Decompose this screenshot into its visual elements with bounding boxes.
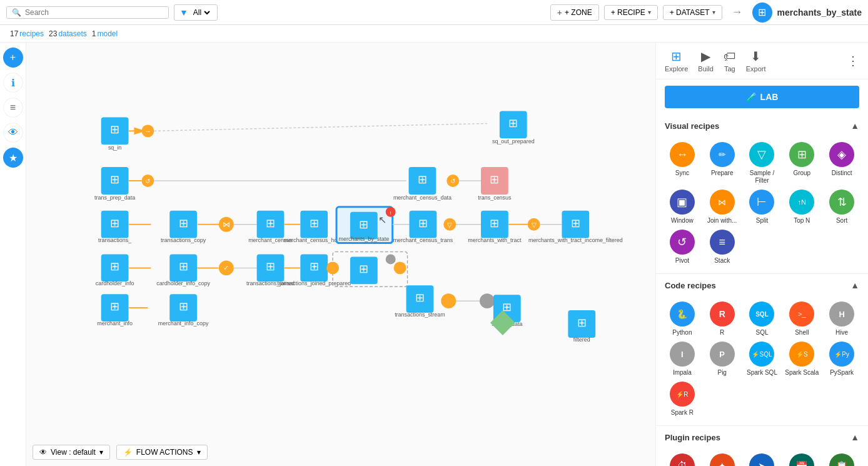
svg-text:filtered: filtered — [573, 337, 590, 343]
recipe-split[interactable]: ⊢ Split — [745, 190, 780, 225]
recipe-sparkr[interactable]: ⚡R Spark R — [665, 382, 700, 417]
svg-text:⊞: ⊞ — [110, 300, 119, 313]
recipe-join[interactable]: ⋈ Join with... — [705, 190, 740, 225]
hive-icon: H — [829, 301, 854, 327]
recipe-sparksql[interactable]: ⚡SQL Spark SQL — [745, 342, 780, 377]
topn-label: Top N — [794, 217, 810, 225]
nav-arrow[interactable]: → — [727, 3, 747, 23]
svg-point-105 — [480, 293, 495, 308]
recipe-sort[interactable]: ⇅ Sort — [824, 190, 859, 225]
forecast-icon: 📅 — [789, 453, 814, 466]
stack-icon: ≡ — [710, 230, 735, 255]
recipe-sparkscala[interactable]: ⚡S Spark Scala — [784, 342, 819, 377]
filter-select[interactable]: All — [191, 8, 212, 18]
visual-recipes-header[interactable]: Visual recipes ▲ — [656, 114, 868, 137]
visual-recipes-section: Visual recipes ▲ ↔ Sync ✏ Prepare ▽ Samp… — [656, 114, 868, 274]
flow-canvas[interactable]: ⊞ sq_in → ⊞ sq_out_prepared ⊞ trans_prep… — [26, 43, 655, 466]
sidebar-list-icon[interactable]: ≡ — [3, 98, 23, 118]
time-series-icon: ⏱ — [670, 453, 695, 466]
search-input[interactable] — [25, 8, 163, 17]
search-box[interactable]: 🔍 — [6, 6, 169, 19]
svg-text:trans_prep_data: trans_prep_data — [94, 195, 135, 201]
zone-button[interactable]: + + ZONE — [550, 4, 599, 21]
recipe-sql[interactable]: SQL SQL — [745, 301, 780, 337]
recipe-distinct[interactable]: ◈ Distinct — [824, 142, 859, 185]
code-recipes-header[interactable]: Code recipes ▲ — [656, 274, 868, 296]
svg-text:⊞: ⊞ — [359, 263, 368, 275]
dataset-label: + DATASET — [670, 8, 710, 17]
sample-filter-icon: ▽ — [749, 142, 774, 167]
explore-action[interactable]: ⊞ Explore — [665, 49, 688, 73]
bottombar: 👁 View : default ▾ ⚡ FLOW ACTIONS ▾ — [33, 445, 208, 460]
more-options-icon[interactable]: ⋮ — [847, 53, 859, 68]
recipe-label: + RECIPE — [611, 8, 645, 17]
join-icon: ⋈ — [710, 190, 735, 215]
recipe-forecast[interactable]: 📅 Forecast — [784, 453, 819, 466]
dataset-info-icon: ⊞ — [752, 3, 772, 23]
datasets-count: 23 — [49, 29, 57, 38]
plugin-recipes-section: Plugin recipes ▲ ⏱ Time Series Preparati… — [656, 426, 868, 466]
code-recipes-title: Code recipes — [665, 281, 716, 290]
svg-text:↺: ↺ — [145, 178, 150, 185]
recipe-census-usa[interactable]: 📋 Census USA — [824, 453, 859, 466]
build-action[interactable]: ▶ Build — [698, 49, 713, 73]
filter-button[interactable]: ▼ All — [174, 4, 218, 21]
export-action[interactable]: ⬇ Export — [746, 49, 766, 73]
dataset-button[interactable]: + DATASET ▾ — [663, 5, 722, 20]
recipe-hive[interactable]: H Hive — [824, 301, 859, 337]
svg-text:merchants_with_tract: merchants_with_tract — [468, 237, 522, 243]
tag-action[interactable]: 🏷 Tag — [724, 49, 736, 73]
svg-text:sq_in: sq_in — [108, 144, 121, 151]
lab-button[interactable]: 🧪 LAB — [665, 86, 859, 108]
lab-label: LAB — [760, 92, 779, 102]
recipe-button[interactable]: + RECIPE ▾ — [604, 5, 658, 20]
sample-filter-label: Sample / Filter — [745, 170, 780, 185]
group-label: Group — [793, 170, 810, 177]
recipe-shell[interactable]: >_ Shell — [784, 301, 819, 337]
recipe-stack[interactable]: ≡ Stack — [705, 230, 740, 265]
tag-icon: 🏷 — [724, 49, 736, 64]
svg-text:transactions_joined_prepared: transactions_joined_prepared — [277, 280, 351, 286]
sidebar-info-icon[interactable]: ℹ — [3, 73, 23, 93]
split-icon: ⊢ — [749, 190, 774, 215]
recipe-pig[interactable]: P Pig — [705, 342, 740, 377]
recipe-get-us-census[interactable]: ➤ Get US censu... — [745, 453, 780, 466]
flow-actions-button[interactable]: ⚡ FLOW ACTIONS ▾ — [116, 445, 208, 460]
r-icon: R — [710, 301, 735, 327]
sidebar-star-icon[interactable]: ★ — [3, 148, 23, 168]
join-label: Join with... — [707, 217, 737, 225]
sidebar-eye-icon[interactable]: 👁 — [3, 123, 23, 143]
recipe-topn[interactable]: ↑N Top N — [784, 190, 819, 225]
recipe-pivot[interactable]: ↺ Pivot — [665, 230, 700, 265]
topn-icon: ↑N — [789, 190, 814, 215]
recipe-prepare[interactable]: ✏ Prepare — [705, 142, 740, 185]
datasets-link[interactable]: datasets — [58, 29, 86, 38]
view-selector[interactable]: 👁 View : default ▾ — [33, 445, 110, 460]
recipe-python[interactable]: 🐍 Python — [665, 301, 700, 337]
topbar: 🔍 ▼ All + + ZONE + RECIPE ▾ + DATASET ▾ … — [0, 0, 868, 25]
recipe-sample-filter[interactable]: ▽ Sample / Filter — [745, 142, 780, 185]
models-link[interactable]: model — [97, 29, 118, 38]
recipe-sync[interactable]: ↔ Sync — [665, 142, 700, 185]
recipes-link[interactable]: recipes — [19, 29, 44, 38]
sidebar-add-icon[interactable]: + — [3, 48, 23, 68]
recipes-count: 17 — [10, 29, 18, 38]
svg-text:⋈: ⋈ — [223, 220, 230, 229]
plugin-recipes-title: Plugin recipes — [665, 433, 720, 442]
census-usa-icon: 📋 — [829, 453, 854, 466]
svg-text:sq_out_prepared: sq_out_prepared — [492, 138, 535, 144]
svg-text:✓: ✓ — [223, 264, 229, 271]
recipe-r[interactable]: R R — [705, 301, 740, 337]
recipe-impala[interactable]: I Impala — [665, 342, 700, 377]
recipe-time-series[interactable]: ⏱ Time Series Preparation — [665, 453, 700, 466]
recipe-window[interactable]: ▣ Window — [665, 190, 700, 225]
visual-recipes-chevron: ▲ — [850, 121, 859, 131]
recipe-group[interactable]: ⊞ Group — [784, 142, 819, 185]
plus-icon: + — [557, 8, 562, 18]
recipe-pyspark[interactable]: ⚡Py PySpark — [824, 342, 859, 377]
right-panel: ⊞ Explore ▶ Build 🏷 Tag ⬇ Export ⋮ 🧪 LAB — [655, 43, 868, 466]
tag-label: Tag — [724, 65, 735, 73]
plugin-recipes-header[interactable]: Plugin recipes ▲ — [656, 426, 868, 448]
recipe-feature-factory[interactable]: ✦ Feature factory... — [705, 453, 740, 466]
svg-text:⊞: ⊞ — [179, 300, 188, 313]
